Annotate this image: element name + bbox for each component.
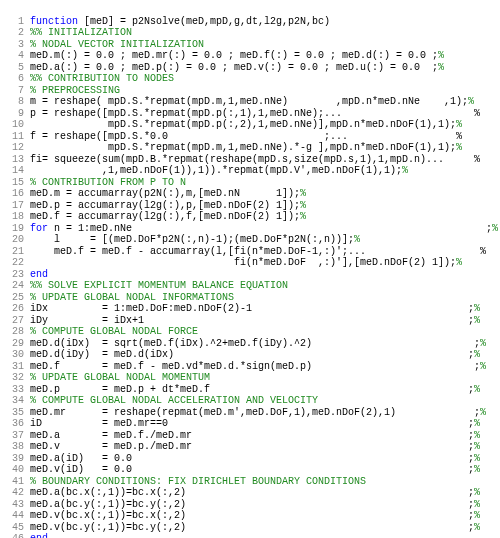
line-number: 19 — [6, 223, 30, 235]
line-number: 8 — [6, 96, 30, 108]
line-number: 41 — [6, 476, 30, 488]
line-number: 36 — [6, 418, 30, 430]
code-text: mpD.S.*repmat(mpD.m,1,meD.nNe).*-g ],mpD… — [30, 142, 494, 154]
code-text: % CONTRIBUTION FROM P TO N — [30, 177, 494, 189]
code-text: % UPDATE GLOBAL NODAL INFORMATIONS — [30, 292, 494, 304]
code-text: f = reshape([mpD.S.*0.0 ;... % — [30, 131, 494, 143]
line-number: 5 — [6, 62, 30, 74]
line-number: 10 — [6, 119, 30, 131]
code-text: meD.d(iDx) = sqrt(meD.f(iDx).^2+meD.f(iD… — [30, 338, 494, 350]
code-text: meD.m(:) = 0.0 ; meD.mr(:) = 0.0 ; meD.f… — [30, 50, 494, 62]
code-text: fi= squeeze(sum(mpD.B.*repmat(reshape(mp… — [30, 154, 494, 166]
code-text: meD.d(iDy) = meD.d(iDx) ;% — [30, 349, 494, 361]
code-line: 14 ,1,meD.nDoF(1)),1)).*repmat(mpD.V',me… — [6, 165, 494, 177]
code-line: 34% COMPUTE GLOBAL NODAL ACCELERATION AN… — [6, 395, 494, 407]
code-line: 27iDy = iDx+1 ;% — [6, 315, 494, 327]
line-number: 12 — [6, 142, 30, 154]
code-text: iD = meD.mr==0 ;% — [30, 418, 494, 430]
code-text: %% CONTRIBUTION TO NODES — [30, 73, 494, 85]
code-line: 45meD.v(bc.y(:,1))=bc.y(:,2) ;% — [6, 522, 494, 534]
code-text: %% INITIALIZATION — [30, 27, 494, 39]
code-line: 17meD.p = accumarray(l2g(:),p,[meD.nDoF(… — [6, 200, 494, 212]
line-number: 33 — [6, 384, 30, 396]
code-text: iDx = 1:meD.DoF:meD.nDoF(2)-1 ;% — [30, 303, 494, 315]
code-line: 19for n = 1:meD.nNe ;% — [6, 223, 494, 235]
code-text: % BOUNDARY CONDITIONS: FIX DIRICHLET BOU… — [30, 476, 494, 488]
code-line: 22 fi(n*meD.DoF ,:)'],[meD.nDoF(2) 1]);% — [6, 257, 494, 269]
code-line: 10 mpD.S.*repmat(mpD.p(:,2),1,meD.nNe)],… — [6, 119, 494, 131]
line-number: 18 — [6, 211, 30, 223]
code-text: meD.p = accumarray(l2g(:),p,[meD.nDoF(2)… — [30, 200, 494, 212]
code-text: meD.v(bc.y(:,1))=bc.y(:,2) ;% — [30, 522, 494, 534]
code-text: ,1,meD.nDoF(1)),1)).*repmat(mpD.V',meD.n… — [30, 165, 494, 177]
line-number: 9 — [6, 108, 30, 120]
line-number: 27 — [6, 315, 30, 327]
code-text: end — [30, 533, 494, 538]
line-number: 16 — [6, 188, 30, 200]
code-text: meD.v = meD.p./meD.mr ;% — [30, 441, 494, 453]
code-line: 46end — [6, 533, 494, 538]
code-line: 44meD.v(bc.x(:,1))=bc.x(:,2) ;% — [6, 510, 494, 522]
code-text: mpD.S.*repmat(mpD.p(:,2),1,meD.nNe)],mpD… — [30, 119, 494, 131]
code-text: fi(n*meD.DoF ,:)'],[meD.nDoF(2) 1]);% — [30, 257, 494, 269]
code-text: meD.v(bc.x(:,1))=bc.x(:,2) ;% — [30, 510, 494, 522]
code-line: 31meD.f = meD.f - meD.vd*meD.d.*sign(meD… — [6, 361, 494, 373]
code-text: meD.a(bc.y(:,1))=bc.y(:,2) ;% — [30, 499, 494, 511]
code-text: meD.a(bc.x(:,1))=bc.x(:,2) ;% — [30, 487, 494, 499]
line-number: 38 — [6, 441, 30, 453]
code-text: % NODAL VECTOR INITIALIZATION — [30, 39, 494, 51]
code-line: 3% NODAL VECTOR INITIALIZATION — [6, 39, 494, 51]
code-line: 40meD.v(iD) = 0.0 ;% — [6, 464, 494, 476]
code-text: meD.a(:) = 0.0 ; meD.p(:) = 0.0 ; meD.v(… — [30, 62, 494, 74]
code-line: 30meD.d(iDy) = meD.d(iDx) ;% — [6, 349, 494, 361]
code-line: 9p = reshape([mpD.S.*repmat(mpD.p(:,1),1… — [6, 108, 494, 120]
code-line: 8m = reshape( mpD.S.*repmat(mpD.m,1,meD.… — [6, 96, 494, 108]
code-text: % UPDATE GLOBAL NODAL MOMENTUM — [30, 372, 494, 384]
code-text: % PREPROCESSING — [30, 85, 494, 97]
code-line: 1function [meD] = p2Nsolve(meD,mpD,g,dt,… — [6, 16, 494, 28]
code-text: iDy = iDx+1 ;% — [30, 315, 494, 327]
code-line: 23end — [6, 269, 494, 281]
line-number: 31 — [6, 361, 30, 373]
code-line: 33meD.p = meD.p + dt*meD.f ;% — [6, 384, 494, 396]
line-number: 24 — [6, 280, 30, 292]
line-number: 2 — [6, 27, 30, 39]
line-number: 22 — [6, 257, 30, 269]
code-line: 39meD.a(iD) = 0.0 ;% — [6, 453, 494, 465]
line-number: 37 — [6, 430, 30, 442]
code-line: 21 meD.f = meD.f - accumarray(l,[fi(n*me… — [6, 246, 494, 258]
code-text: p = reshape([mpD.S.*repmat(mpD.p(:,1),1,… — [30, 108, 494, 120]
line-number: 39 — [6, 453, 30, 465]
line-number: 45 — [6, 522, 30, 534]
code-text: meD.mr = reshape(repmat(meD.m',meD.DoF,1… — [30, 407, 494, 419]
line-number: 21 — [6, 246, 30, 258]
line-number: 30 — [6, 349, 30, 361]
code-text: l = [(meD.DoF*p2N(:,n)-1);(meD.DoF*p2N(:… — [30, 234, 494, 246]
code-line: 18meD.f = accumarray(l2g(:),f,[meD.nDoF(… — [6, 211, 494, 223]
code-text: function [meD] = p2Nsolve(meD,mpD,g,dt,l… — [30, 16, 494, 28]
code-line: 28% COMPUTE GLOBAL NODAL FORCE — [6, 326, 494, 338]
code-line: 4meD.m(:) = 0.0 ; meD.mr(:) = 0.0 ; meD.… — [6, 50, 494, 62]
line-number: 13 — [6, 154, 30, 166]
line-number: 43 — [6, 499, 30, 511]
code-text: meD.f = accumarray(l2g(:),f,[meD.nDoF(2)… — [30, 211, 494, 223]
line-number: 29 — [6, 338, 30, 350]
code-line: 12 mpD.S.*repmat(mpD.m,1,meD.nNe).*-g ],… — [6, 142, 494, 154]
code-line: 41% BOUNDARY CONDITIONS: FIX DIRICHLET B… — [6, 476, 494, 488]
code-line: 42meD.a(bc.x(:,1))=bc.x(:,2) ;% — [6, 487, 494, 499]
code-line: 16meD.m = accumarray(p2N(:),m,[meD.nN 1]… — [6, 188, 494, 200]
code-line: 15% CONTRIBUTION FROM P TO N — [6, 177, 494, 189]
line-number: 7 — [6, 85, 30, 97]
code-line: 36iD = meD.mr==0 ;% — [6, 418, 494, 430]
line-number: 14 — [6, 165, 30, 177]
code-line: 38meD.v = meD.p./meD.mr ;% — [6, 441, 494, 453]
code-line: 43meD.a(bc.y(:,1))=bc.y(:,2) ;% — [6, 499, 494, 511]
code-line: 2%% INITIALIZATION — [6, 27, 494, 39]
line-number: 3 — [6, 39, 30, 51]
line-number: 35 — [6, 407, 30, 419]
code-line: 20 l = [(meD.DoF*p2N(:,n)-1);(meD.DoF*p2… — [6, 234, 494, 246]
code-line: 13fi= squeeze(sum(mpD.B.*repmat(reshape(… — [6, 154, 494, 166]
code-line: 37meD.a = meD.f./meD.mr ;% — [6, 430, 494, 442]
line-number: 1 — [6, 16, 30, 28]
code-text: meD.a = meD.f./meD.mr ;% — [30, 430, 494, 442]
